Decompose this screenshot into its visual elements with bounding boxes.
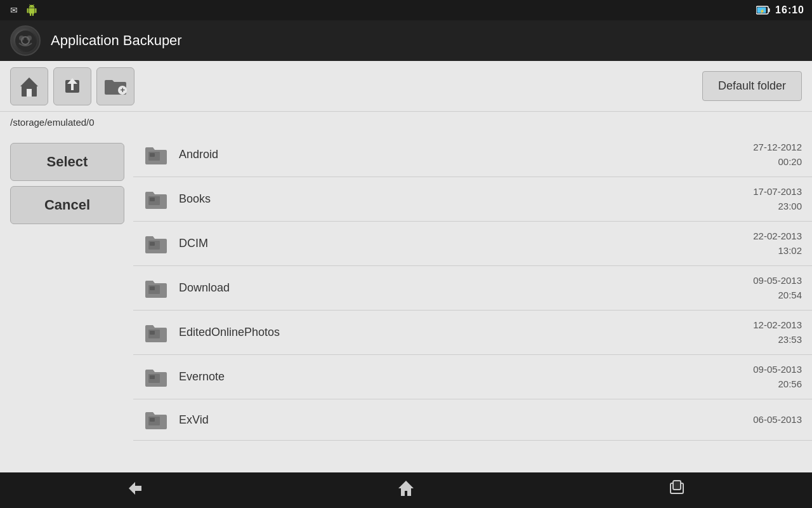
breadcrumb: /storage/emulated/0 — [0, 112, 812, 133]
file-row[interactable]: Android 27-12-201200:20 — [133, 133, 812, 177]
file-row[interactable]: Download 09-05-201320:54 — [133, 266, 812, 311]
folder-icon — [143, 364, 169, 390]
svg-rect-13 — [71, 84, 74, 90]
file-row[interactable]: DCIM 22-02-201313:02 — [133, 222, 812, 266]
folder-icon — [143, 187, 169, 212]
file-name: Download — [179, 281, 753, 295]
svg-text:+: + — [121, 85, 126, 95]
file-row[interactable]: EditedOnlinePhotos 12-02-201323:53 — [133, 311, 812, 355]
status-left-icons: ✉ — [8, 4, 38, 17]
svg-rect-27 — [150, 375, 155, 379]
folder-icon — [143, 407, 169, 432]
svg-rect-25 — [150, 331, 155, 335]
file-date: 09-05-201320:56 — [753, 363, 802, 391]
file-name: Android — [179, 148, 753, 161]
recent-nav-button[interactable] — [643, 474, 711, 506]
status-time: 16:10 — [775, 4, 804, 16]
up-button[interactable] — [53, 67, 91, 105]
home-nav-button[interactable] — [372, 474, 440, 506]
svg-rect-10 — [27, 89, 32, 97]
file-date: 22-02-201313:02 — [753, 229, 802, 258]
home-button[interactable] — [10, 67, 48, 105]
gmail-icon: ✉ — [8, 4, 20, 17]
file-date: 06-05-2013 — [753, 413, 802, 427]
svg-rect-17 — [150, 153, 155, 157]
file-date: 12-02-201323:53 — [753, 318, 802, 347]
file-row[interactable]: Books 17-07-201323:00 — [133, 177, 812, 222]
svg-text:⚡: ⚡ — [759, 8, 765, 14]
android-icon — [25, 4, 38, 17]
file-name: Books — [179, 192, 753, 206]
app-logo — [10, 25, 41, 56]
toolbar: + Default folder — [0, 61, 812, 112]
file-row[interactable]: Evernote 09-05-201320:56 — [133, 355, 812, 399]
file-name: EditedOnlinePhotos — [179, 326, 753, 339]
svg-rect-29 — [150, 418, 155, 422]
folder-icon — [143, 320, 169, 345]
folder-icon — [143, 276, 169, 301]
file-date: 17-07-201323:00 — [753, 185, 802, 213]
file-list: Android 27-12-201200:20 Books 17-07-2013… — [133, 133, 812, 471]
breadcrumb-path: /storage/emulated/0 — [10, 117, 95, 128]
svg-rect-33 — [673, 481, 681, 490]
file-name: ExVid — [179, 413, 753, 427]
file-name: Evernote — [179, 370, 753, 384]
file-date: 27-12-201200:20 — [753, 140, 802, 169]
select-button[interactable]: Select — [10, 143, 124, 181]
new-folder-button[interactable]: + — [96, 67, 134, 105]
back-nav-button[interactable] — [101, 474, 169, 506]
file-row[interactable]: ExVid 06-05-2013 — [133, 399, 812, 441]
side-panel: Select Cancel — [0, 133, 133, 471]
file-name: DCIM — [179, 237, 753, 250]
svg-rect-1 — [769, 8, 770, 12]
svg-rect-21 — [150, 242, 155, 246]
status-bar: ✉ ⚡ 16:10 — [0, 0, 812, 20]
cancel-button[interactable]: Cancel — [10, 186, 124, 224]
svg-rect-23 — [150, 286, 155, 290]
status-right-icons: ⚡ 16:10 — [756, 4, 804, 16]
main-content: Select Cancel Android 27-12-201200:20 Bo… — [0, 133, 812, 471]
svg-marker-9 — [20, 77, 38, 86]
svg-point-4 — [15, 30, 36, 51]
app-title: Application Backuper — [51, 32, 182, 49]
svg-marker-30 — [129, 482, 141, 495]
file-date: 09-05-201320:54 — [753, 274, 802, 302]
bottom-nav — [0, 472, 812, 508]
title-bar: Application Backuper — [0, 20, 812, 61]
default-folder-button[interactable]: Default folder — [702, 71, 802, 101]
folder-icon — [143, 231, 169, 257]
folder-icon — [143, 142, 169, 168]
svg-marker-31 — [398, 481, 414, 496]
battery-icon: ⚡ — [756, 6, 770, 15]
svg-rect-19 — [150, 197, 155, 201]
